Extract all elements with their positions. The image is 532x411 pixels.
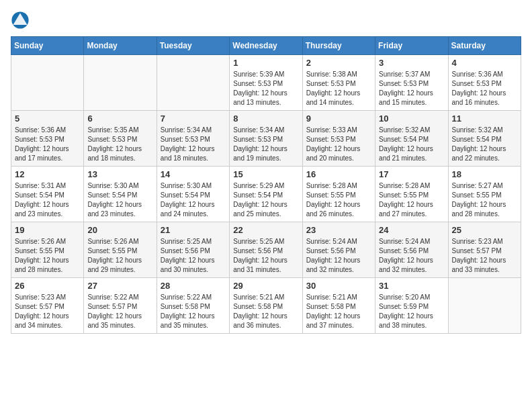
day-number: 14 [161, 169, 226, 179]
day-number: 19 [15, 225, 80, 235]
day-number: 24 [379, 225, 444, 235]
weekday-header-thursday: Thursday [302, 37, 375, 55]
day-number: 20 [87, 225, 152, 235]
calendar-cell: 4Sunrise: 5:36 AM Sunset: 5:53 PM Daylig… [448, 55, 521, 111]
day-number: 18 [452, 169, 517, 179]
day-info: Sunrise: 5:32 AM Sunset: 5:54 PM Dayligh… [379, 126, 444, 163]
day-info: Sunrise: 5:24 AM Sunset: 5:56 PM Dayligh… [379, 237, 444, 275]
calendar-cell: 2Sunrise: 5:38 AM Sunset: 5:53 PM Daylig… [302, 55, 375, 111]
day-info: Sunrise: 5:31 AM Sunset: 5:54 PM Dayligh… [15, 181, 80, 219]
day-info: Sunrise: 5:28 AM Sunset: 5:55 PM Dayligh… [379, 181, 444, 219]
calendar-week-row: 12Sunrise: 5:31 AM Sunset: 5:54 PM Dayli… [11, 167, 521, 222]
calendar-cell: 15Sunrise: 5:29 AM Sunset: 5:54 PM Dayli… [230, 167, 302, 222]
calendar-cell [11, 55, 84, 111]
calendar-week-row: 26Sunrise: 5:23 AM Sunset: 5:57 PM Dayli… [11, 278, 521, 334]
calendar-week-row: 19Sunrise: 5:26 AM Sunset: 5:55 PM Dayli… [11, 222, 521, 278]
calendar-cell: 17Sunrise: 5:28 AM Sunset: 5:55 PM Dayli… [375, 167, 448, 222]
day-info: Sunrise: 5:22 AM Sunset: 5:57 PM Dayligh… [87, 293, 152, 330]
day-number: 11 [452, 113, 517, 124]
calendar-cell: 6Sunrise: 5:35 AM Sunset: 5:53 PM Daylig… [84, 111, 157, 167]
page-header [11, 11, 521, 30]
day-info: Sunrise: 5:34 AM Sunset: 5:53 PM Dayligh… [233, 126, 298, 163]
day-info: Sunrise: 5:34 AM Sunset: 5:53 PM Dayligh… [161, 126, 226, 163]
day-info: Sunrise: 5:36 AM Sunset: 5:53 PM Dayligh… [15, 126, 80, 163]
day-info: Sunrise: 5:30 AM Sunset: 5:54 PM Dayligh… [161, 181, 226, 219]
day-number: 28 [161, 281, 226, 291]
calendar-cell: 26Sunrise: 5:23 AM Sunset: 5:57 PM Dayli… [11, 278, 84, 334]
day-number: 1 [233, 58, 298, 68]
calendar-cell: 14Sunrise: 5:30 AM Sunset: 5:54 PM Dayli… [157, 167, 229, 222]
day-number: 6 [87, 113, 152, 124]
day-info: Sunrise: 5:39 AM Sunset: 5:53 PM Dayligh… [233, 70, 298, 107]
day-number: 7 [161, 113, 226, 124]
calendar-cell: 3Sunrise: 5:37 AM Sunset: 5:53 PM Daylig… [375, 55, 448, 111]
calendar-cell: 22Sunrise: 5:25 AM Sunset: 5:56 PM Dayli… [230, 222, 302, 278]
day-info: Sunrise: 5:38 AM Sunset: 5:53 PM Dayligh… [306, 70, 371, 107]
day-info: Sunrise: 5:25 AM Sunset: 5:56 PM Dayligh… [161, 237, 226, 275]
calendar-cell: 28Sunrise: 5:22 AM Sunset: 5:58 PM Dayli… [157, 278, 229, 334]
day-number: 17 [379, 169, 444, 179]
day-number: 3 [379, 58, 444, 68]
calendar-cell: 27Sunrise: 5:22 AM Sunset: 5:57 PM Dayli… [84, 278, 157, 334]
calendar-cell: 10Sunrise: 5:32 AM Sunset: 5:54 PM Dayli… [375, 111, 448, 167]
day-number: 22 [233, 225, 298, 235]
calendar-cell: 8Sunrise: 5:34 AM Sunset: 5:53 PM Daylig… [230, 111, 302, 167]
day-info: Sunrise: 5:30 AM Sunset: 5:54 PM Dayligh… [87, 181, 152, 219]
day-number: 26 [15, 281, 80, 291]
calendar-cell: 13Sunrise: 5:30 AM Sunset: 5:54 PM Dayli… [84, 167, 157, 222]
calendar-cell: 18Sunrise: 5:27 AM Sunset: 5:55 PM Dayli… [448, 167, 521, 222]
weekday-header-saturday: Saturday [448, 37, 521, 55]
calendar-cell: 1Sunrise: 5:39 AM Sunset: 5:53 PM Daylig… [230, 55, 302, 111]
calendar-cell: 9Sunrise: 5:33 AM Sunset: 5:53 PM Daylig… [302, 111, 375, 167]
calendar-table: SundayMondayTuesdayWednesdayThursdayFrid… [11, 36, 521, 334]
day-info: Sunrise: 5:23 AM Sunset: 5:57 PM Dayligh… [452, 237, 517, 275]
day-number: 27 [87, 281, 152, 291]
day-info: Sunrise: 5:29 AM Sunset: 5:54 PM Dayligh… [233, 181, 298, 219]
calendar-cell: 30Sunrise: 5:21 AM Sunset: 5:58 PM Dayli… [302, 278, 375, 334]
calendar-cell: 5Sunrise: 5:36 AM Sunset: 5:53 PM Daylig… [11, 111, 84, 167]
day-info: Sunrise: 5:26 AM Sunset: 5:55 PM Dayligh… [87, 237, 152, 275]
day-number: 9 [306, 113, 371, 124]
day-info: Sunrise: 5:21 AM Sunset: 5:58 PM Dayligh… [233, 293, 298, 330]
calendar-cell: 12Sunrise: 5:31 AM Sunset: 5:54 PM Dayli… [11, 167, 84, 222]
calendar-cell: 29Sunrise: 5:21 AM Sunset: 5:58 PM Dayli… [230, 278, 302, 334]
calendar-week-row: 5Sunrise: 5:36 AM Sunset: 5:53 PM Daylig… [11, 111, 521, 167]
day-number: 25 [452, 225, 517, 235]
calendar-cell [84, 55, 157, 111]
day-info: Sunrise: 5:22 AM Sunset: 5:58 PM Dayligh… [161, 293, 226, 330]
day-number: 30 [306, 281, 371, 291]
day-info: Sunrise: 5:36 AM Sunset: 5:53 PM Dayligh… [452, 70, 517, 107]
day-info: Sunrise: 5:37 AM Sunset: 5:53 PM Dayligh… [379, 70, 444, 107]
day-info: Sunrise: 5:32 AM Sunset: 5:54 PM Dayligh… [452, 126, 517, 163]
day-info: Sunrise: 5:33 AM Sunset: 5:53 PM Dayligh… [306, 126, 371, 163]
calendar-cell: 25Sunrise: 5:23 AM Sunset: 5:57 PM Dayli… [448, 222, 521, 278]
day-info: Sunrise: 5:21 AM Sunset: 5:58 PM Dayligh… [306, 293, 371, 330]
day-info: Sunrise: 5:35 AM Sunset: 5:53 PM Dayligh… [87, 126, 152, 163]
day-number: 12 [15, 169, 80, 179]
day-info: Sunrise: 5:26 AM Sunset: 5:55 PM Dayligh… [15, 237, 80, 275]
day-number: 2 [306, 58, 371, 68]
calendar-header-row: SundayMondayTuesdayWednesdayThursdayFrid… [11, 37, 521, 55]
day-number: 4 [452, 58, 517, 68]
day-number: 31 [379, 281, 444, 291]
calendar-cell: 23Sunrise: 5:24 AM Sunset: 5:56 PM Dayli… [302, 222, 375, 278]
day-number: 8 [233, 113, 298, 124]
calendar-cell: 16Sunrise: 5:28 AM Sunset: 5:55 PM Dayli… [302, 167, 375, 222]
weekday-header-wednesday: Wednesday [230, 37, 302, 55]
calendar-cell [157, 55, 229, 111]
day-number: 15 [233, 169, 298, 179]
day-number: 29 [233, 281, 298, 291]
calendar-cell: 11Sunrise: 5:32 AM Sunset: 5:54 PM Dayli… [448, 111, 521, 167]
day-number: 5 [15, 113, 80, 124]
day-number: 23 [306, 225, 371, 235]
day-info: Sunrise: 5:23 AM Sunset: 5:57 PM Dayligh… [15, 293, 80, 330]
day-number: 10 [379, 113, 444, 124]
weekday-header-sunday: Sunday [11, 37, 84, 55]
day-info: Sunrise: 5:27 AM Sunset: 5:55 PM Dayligh… [452, 181, 517, 219]
calendar-cell: 31Sunrise: 5:20 AM Sunset: 5:59 PM Dayli… [375, 278, 448, 334]
calendar-cell [448, 278, 521, 334]
calendar-week-row: 1Sunrise: 5:39 AM Sunset: 5:53 PM Daylig… [11, 55, 521, 111]
logo-icon [11, 11, 30, 30]
day-info: Sunrise: 5:25 AM Sunset: 5:56 PM Dayligh… [233, 237, 298, 275]
weekday-header-monday: Monday [84, 37, 157, 55]
